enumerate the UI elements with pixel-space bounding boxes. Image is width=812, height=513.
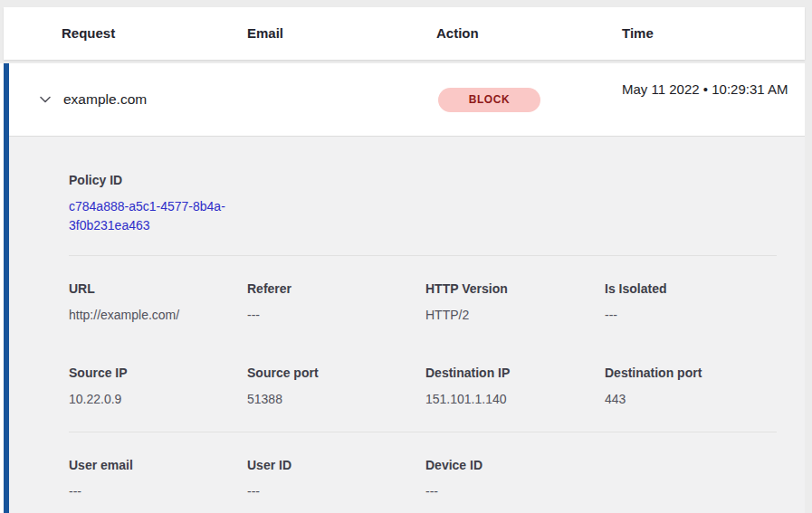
field-label: Source port — [247, 366, 425, 381]
field-label: User ID — [247, 458, 425, 473]
policy-section: Policy ID c784a888-a5c1-4577-8b4a-3f0b23… — [69, 137, 777, 235]
field-device-id: Device ID --- — [425, 458, 605, 499]
field-label: HTTP Version — [425, 281, 605, 297]
selected-row-accent-bar — [4, 63, 9, 513]
field-value: --- — [247, 308, 425, 323]
policy-id-link[interactable]: c784a888-a5c1-4577-8b4a-3f0b231ea463 — [69, 197, 250, 235]
section-divider — [69, 255, 777, 256]
field-label: User email — [69, 458, 247, 473]
field-url: URL http://example.com/ — [69, 281, 247, 323]
field-value: 10.22.0.9 — [69, 392, 247, 407]
log-entry-card: example.com BLOCK May 11 2022 • 10:29:31… — [0, 63, 805, 513]
field-label: Is Isolated — [605, 281, 777, 297]
field-value: --- — [69, 484, 247, 499]
policy-id-label: Policy ID — [69, 173, 777, 188]
field-label: Destination IP — [425, 366, 605, 381]
field-value: http://example.com/ — [69, 308, 247, 323]
field-is-isolated: Is Isolated --- — [605, 281, 777, 323]
field-value: 51388 — [247, 392, 425, 407]
field-value: --- — [247, 484, 425, 499]
table-row[interactable]: example.com BLOCK May 11 2022 • 10:29:31… — [0, 63, 805, 136]
request-fields-row-2: Source IP 10.22.0.9 Source port 51388 De… — [69, 366, 777, 407]
column-header-request: Request — [62, 7, 115, 60]
field-value: 443 — [605, 392, 777, 407]
field-value: --- — [605, 308, 777, 323]
field-user-email: User email --- — [69, 458, 247, 499]
field-destination-ip: Destination IP 151.101.1.140 — [425, 366, 605, 407]
field-label: Referer — [247, 281, 425, 297]
request-time: May 11 2022 • 10:29:31 AM — [622, 79, 794, 100]
chevron-down-icon[interactable] — [38, 92, 53, 107]
field-label: Destination port — [605, 366, 777, 381]
section-divider — [69, 432, 777, 432]
column-header-time: Time — [622, 7, 654, 60]
field-referer: Referer --- — [247, 281, 425, 323]
field-destination-port: Destination port 443 — [605, 366, 777, 407]
request-domain: example.com — [63, 63, 147, 136]
field-label: Device ID — [425, 458, 605, 473]
field-label: URL — [69, 281, 247, 297]
field-value: 151.101.1.140 — [425, 392, 605, 407]
expanded-detail-panel: Policy ID c784a888-a5c1-4577-8b4a-3f0b23… — [9, 137, 805, 513]
column-header-email: Email — [247, 7, 283, 60]
action-block-badge: BLOCK — [438, 88, 540, 112]
user-fields-row: User email --- User ID --- Device ID --- — [69, 458, 777, 499]
field-source-ip: Source IP 10.22.0.9 — [69, 366, 247, 407]
table-header: Request Email Action Time — [4, 7, 805, 60]
field-source-port: Source port 51388 — [247, 366, 425, 407]
request-fields-row-1: URL http://example.com/ Referer --- HTTP… — [69, 281, 777, 323]
field-value: --- — [425, 484, 605, 499]
column-header-action: Action — [436, 7, 479, 60]
field-label: Source IP — [69, 366, 247, 381]
field-user-id: User ID --- — [247, 458, 425, 499]
field-value: HTTP/2 — [425, 308, 605, 323]
field-http-version: HTTP Version HTTP/2 — [425, 281, 605, 323]
